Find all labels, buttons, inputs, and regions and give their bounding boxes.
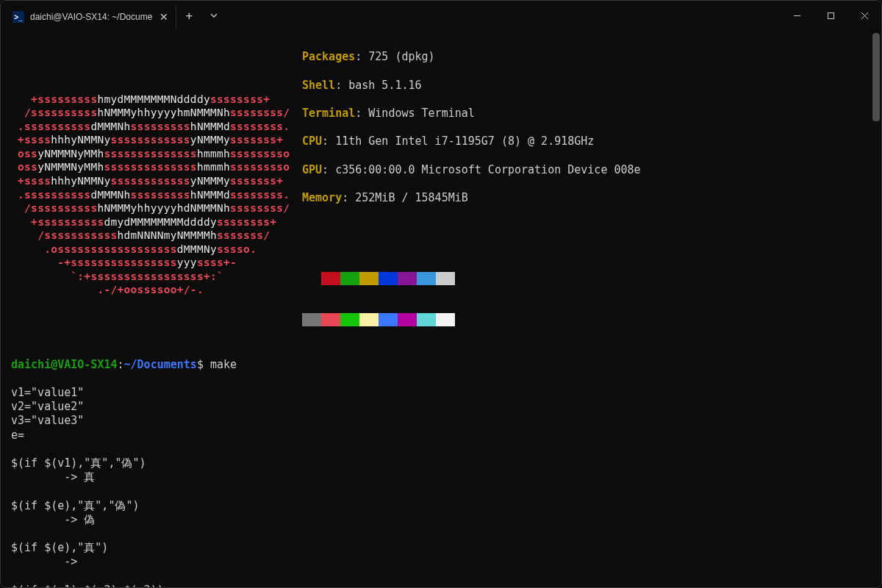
shell-label: Shell — [302, 79, 335, 92]
terminal-label: Terminal — [302, 107, 355, 120]
color-palette — [302, 244, 641, 355]
make-output: v1="value1" v2="value2" v3="value3" e= $… — [11, 386, 871, 588]
packages-value: : 725 (dpkg) — [355, 50, 434, 63]
tab-close-button[interactable]: ✕ — [158, 11, 170, 23]
cpu-value: : 11th Gen Intel i7-1195G7 (8) @ 2.918GH… — [322, 135, 594, 148]
memory-value: : 252MiB / 15845MiB — [342, 191, 468, 204]
gpu-label: GPU — [302, 163, 322, 176]
terminal-viewport[interactable]: +ssssssssshmydMMMMMMMNddddyssssssss+ /ss… — [1, 30, 881, 588]
packages-label: Packages — [302, 50, 355, 63]
new-tab-button[interactable]: + — [176, 1, 201, 30]
svg-rect-1 — [828, 12, 833, 18]
titlebar: >_ daichi@VAIO-SX14: ~/Docume ✕ + — [1, 1, 881, 30]
maximize-button[interactable] — [814, 1, 847, 30]
gpu-value: : c356:00:00.0 Microsoft Corporation Dev… — [322, 163, 640, 176]
tab-dropdown-button[interactable] — [201, 1, 226, 30]
terminal-value: : Windows Terminal — [355, 107, 475, 120]
minimize-button[interactable] — [780, 1, 814, 30]
cpu-label: CPU — [302, 135, 322, 148]
tab-active[interactable]: >_ daichi@VAIO-SX14: ~/Docume ✕ — [5, 4, 176, 30]
memory-label: Memory — [302, 191, 342, 204]
command-1: make — [210, 358, 237, 371]
scrollbar-thumb[interactable] — [872, 33, 880, 121]
close-window-button[interactable] — [847, 1, 881, 30]
terminal-icon: >_ — [12, 11, 24, 23]
tab-title: daichi@VAIO-SX14: ~/Docume — [30, 12, 152, 22]
shell-value: : bash 5.1.16 — [335, 79, 421, 92]
neofetch-info: Packages: 725 (dpkg) Shell: bash 5.1.16 … — [302, 36, 641, 383]
